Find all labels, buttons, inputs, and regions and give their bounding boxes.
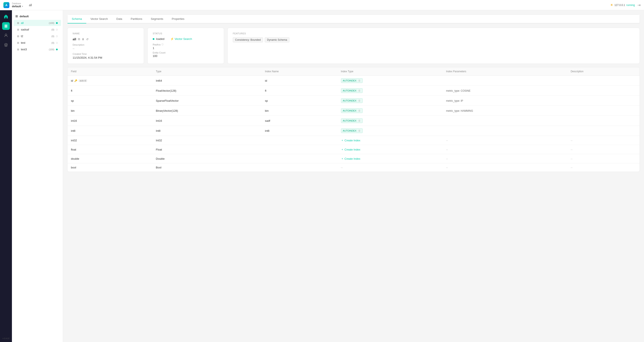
entity-count-field: Entity Count 100 bbox=[153, 51, 219, 58]
tab-partitions[interactable]: Partitions bbox=[126, 15, 146, 24]
table-row: binBinaryVector(128)binAUTOINDEX🗑metric_… bbox=[68, 106, 640, 116]
server-running-status: running bbox=[626, 4, 635, 7]
index-type-cell: ＋ Create Index bbox=[338, 154, 443, 163]
table-icon: ⊞ bbox=[17, 48, 19, 51]
sidebar-collection-name: all bbox=[21, 21, 47, 25]
sidebar-db-header: ⊞ default bbox=[12, 13, 63, 20]
description-label: Description bbox=[72, 44, 139, 46]
delete-index-icon[interactable]: 🗑 bbox=[358, 79, 361, 82]
tab-segments[interactable]: Segments bbox=[146, 15, 168, 24]
copy-icon[interactable]: ⧉ bbox=[78, 37, 80, 41]
field-cell: int16 bbox=[68, 116, 152, 126]
metric-param: metric_type: COSINE bbox=[446, 89, 471, 92]
table-row: int16Int16sadfAUTOINDEX🗑 bbox=[68, 116, 640, 126]
field-name-text: double bbox=[71, 157, 79, 160]
index-params-cell: metric_type: COSINE bbox=[443, 86, 567, 96]
description-cell bbox=[567, 96, 640, 106]
no-params: -- bbox=[446, 166, 448, 169]
col-index-type: Index Type bbox=[338, 67, 443, 76]
tab-schema[interactable]: Schema bbox=[68, 15, 86, 24]
create-index-label: Create Index bbox=[344, 139, 360, 142]
type-cell: Double bbox=[152, 154, 262, 163]
no-description: -- bbox=[571, 166, 573, 169]
field-name-text: id bbox=[71, 79, 73, 82]
entity-count-label: Entity Count bbox=[153, 51, 219, 54]
chevron-down-icon: ▾ bbox=[22, 5, 23, 8]
download-icon[interactable]: ⬇ bbox=[82, 38, 84, 41]
field-name-content: bin bbox=[71, 109, 149, 112]
sidebar-item-t2[interactable]: ⊞ t2 (0) bbox=[14, 33, 61, 39]
index-params-cell: metric_type: HAMMING bbox=[443, 106, 567, 116]
field-badge: auto id bbox=[78, 79, 87, 82]
index-name-cell: sadf bbox=[262, 116, 338, 126]
index-type-badge: AUTOINDEX🗑 bbox=[341, 118, 363, 123]
info-card-features: Features Consistency: Bounded Dynamic Sc… bbox=[228, 28, 640, 64]
description-cell: -- bbox=[567, 145, 640, 154]
vector-search-label: Vector Search bbox=[175, 37, 192, 41]
server-status: ☀ 127.0.0.1 running bbox=[610, 3, 635, 7]
field-name-content: fl bbox=[71, 89, 149, 92]
field-name-text: int32 bbox=[71, 139, 77, 142]
table-icon: ⊞ bbox=[17, 41, 19, 44]
nav-home-icon[interactable] bbox=[2, 13, 10, 21]
nav-layers-icon[interactable] bbox=[2, 41, 10, 49]
create-index-button[interactable]: ＋ Create Index bbox=[341, 157, 360, 160]
sidebar-collection-count: (100) bbox=[49, 48, 54, 51]
tab-properties[interactable]: Properties bbox=[168, 15, 189, 24]
delete-index-icon[interactable]: 🗑 bbox=[358, 119, 361, 122]
database-selector[interactable]: Database default ▾ bbox=[12, 2, 23, 8]
vector-search-link[interactable]: ⚡ Vector Search bbox=[170, 37, 192, 41]
delete-index-icon[interactable]: 🗑 bbox=[358, 99, 361, 102]
svg-marker-4 bbox=[4, 43, 8, 45]
created-value: 11/15/2024, 4:31:54 PM bbox=[72, 56, 139, 59]
refresh-icon[interactable]: ↺ bbox=[86, 38, 88, 41]
table-row: boolBool------ bbox=[68, 163, 640, 172]
create-index-button[interactable]: ＋ Create Index bbox=[341, 147, 360, 151]
sidebar-item-sadsaf[interactable]: ⊞ sadsaf (0) bbox=[14, 27, 61, 33]
exit-icon[interactable]: ⇥ bbox=[638, 3, 640, 8]
replica-field: Replica ⓘ 1 bbox=[153, 43, 219, 50]
type-cell: Float bbox=[152, 145, 262, 154]
table-row: id🔑auto idInt64idAUTOINDEX🗑 bbox=[68, 76, 640, 86]
lightning-icon: ⚡ bbox=[170, 37, 174, 41]
sidebar-item-test[interactable]: ⊞ test (0) bbox=[14, 40, 61, 46]
index-name-cell: bin bbox=[262, 106, 338, 116]
index-type-cell: ＋ Create Index bbox=[338, 136, 443, 145]
no-description: -- bbox=[571, 148, 573, 151]
index-name-cell bbox=[262, 163, 338, 172]
index-type-cell: -- bbox=[338, 163, 443, 172]
field-cell: id🔑auto id bbox=[68, 76, 152, 86]
schema-table-body: id🔑auto idInt64idAUTOINDEX🗑flFloatVector… bbox=[68, 76, 640, 172]
sidebar-item-all[interactable]: ⊞ all (100) bbox=[14, 20, 61, 26]
info-icon: ⓘ bbox=[162, 43, 164, 46]
description-cell bbox=[567, 86, 640, 96]
nav-database-icon[interactable] bbox=[2, 22, 10, 30]
features-card-title: Features bbox=[233, 32, 634, 35]
sun-icon: ☀ bbox=[610, 3, 613, 7]
index-type-cell: AUTOINDEX🗑 bbox=[338, 126, 443, 136]
no-params: -- bbox=[446, 157, 448, 160]
info-card-status: Status loaded ⚡ Vector Search Replica ⓘ bbox=[147, 28, 224, 64]
tab-vector-search[interactable]: Vector Search bbox=[86, 15, 112, 24]
create-index-button[interactable]: ＋ Create Index bbox=[341, 138, 360, 142]
sidebar: ⊞ default ⊞ all (100) ⊞ sadsaf (0) ⊞ t2 … bbox=[12, 10, 63, 342]
field-cell: int32 bbox=[68, 136, 152, 145]
info-cards-row: Name all ⧉ ⬇ ↺ Description -- Created Ti… bbox=[67, 28, 640, 64]
no-description: -- bbox=[571, 157, 573, 160]
description-cell bbox=[567, 126, 640, 136]
feature-tags-container: Consistency: Bounded Dynamic Schema bbox=[233, 37, 634, 42]
delete-index-icon[interactable]: 🗑 bbox=[358, 109, 361, 112]
index-name-cell bbox=[262, 145, 338, 154]
sidebar-collection-count: (0) bbox=[52, 35, 54, 38]
nav-user-icon[interactable] bbox=[2, 32, 10, 39]
delete-index-icon[interactable]: 🗑 bbox=[358, 89, 361, 92]
database-icon: ⊞ bbox=[15, 15, 18, 18]
delete-index-icon[interactable]: 🗑 bbox=[358, 129, 361, 132]
database-label: Database bbox=[12, 2, 23, 5]
index-type-badge: AUTOINDEX🗑 bbox=[341, 108, 363, 113]
type-cell: FloatVector(128) bbox=[152, 86, 262, 96]
status-loaded-text: loaded bbox=[156, 37, 164, 41]
tab-data[interactable]: Data bbox=[112, 15, 126, 24]
sidebar-collection-name: test3 bbox=[21, 48, 47, 51]
sidebar-item-test3[interactable]: ⊞ test3 (100) bbox=[14, 46, 61, 52]
